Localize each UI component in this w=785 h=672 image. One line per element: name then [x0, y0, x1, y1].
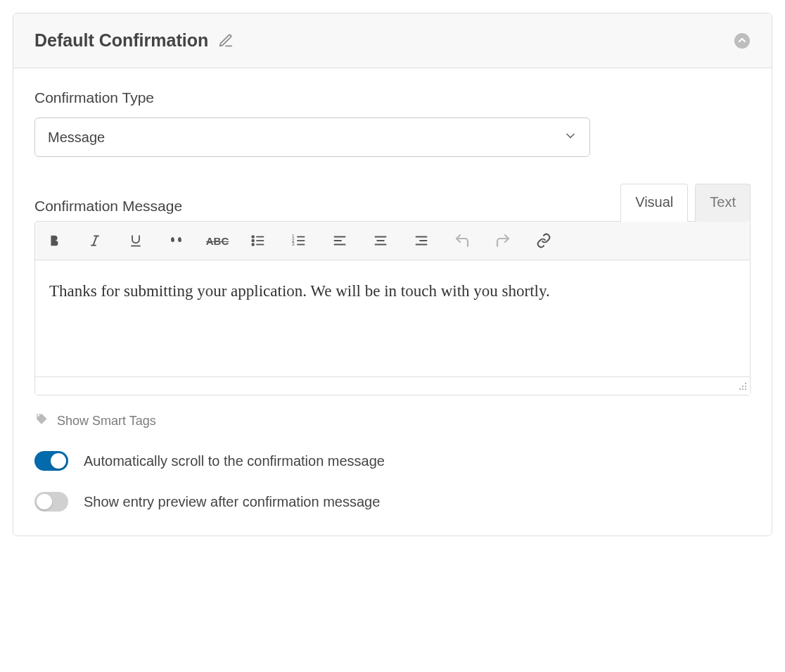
svg-point-28	[745, 386, 746, 387]
confirmation-type-select[interactable]: Message	[34, 118, 590, 157]
toggle-auto-scroll-label: Automatically scroll to the confirmation…	[84, 453, 385, 469]
pencil-icon[interactable]	[218, 33, 234, 49]
editor-statusbar	[35, 376, 750, 395]
align-right-icon[interactable]	[411, 230, 432, 251]
show-smart-tags[interactable]: Show Smart Tags	[34, 412, 751, 430]
svg-line-3	[94, 236, 97, 245]
svg-point-7	[252, 243, 254, 246]
link-icon[interactable]	[533, 230, 554, 251]
align-left-icon[interactable]	[329, 230, 350, 251]
blockquote-icon[interactable]	[166, 230, 187, 251]
underline-icon[interactable]	[125, 230, 146, 251]
svg-point-29	[739, 388, 741, 390]
toggle-entry-preview[interactable]	[34, 492, 68, 512]
svg-point-30	[742, 388, 743, 390]
confirmation-message-label: Confirmation Message	[34, 198, 182, 215]
tab-text[interactable]: Text	[695, 184, 751, 222]
numbered-list-icon[interactable]: 123	[288, 230, 309, 251]
bold-icon[interactable]	[44, 230, 65, 251]
undo-icon[interactable]	[452, 230, 473, 251]
collapse-icon[interactable]	[734, 32, 751, 49]
align-center-icon[interactable]	[370, 230, 391, 251]
strikethrough-icon[interactable]: ABC	[207, 230, 228, 251]
toggle-auto-scroll[interactable]	[34, 451, 68, 471]
bullet-list-icon[interactable]	[248, 230, 269, 251]
panel-header: Default Confirmation	[13, 13, 772, 68]
message-textarea[interactable]: Thanks for submitting your application. …	[35, 260, 750, 376]
confirmation-type-label: Confirmation Type	[34, 89, 751, 106]
italic-icon[interactable]	[84, 230, 106, 251]
resize-grip-icon[interactable]	[737, 381, 747, 393]
svg-text:3: 3	[292, 241, 295, 246]
show-smart-tags-label: Show Smart Tags	[57, 414, 156, 429]
confirmation-type-select-wrap: Message	[34, 118, 590, 157]
editor: ABC 123 Thanks for submitting your appli…	[34, 221, 751, 395]
tab-visual[interactable]: Visual	[620, 184, 688, 222]
panel-title: Default Confirmation	[34, 30, 208, 51]
svg-point-0	[734, 33, 750, 49]
tag-icon	[34, 412, 49, 430]
editor-tabs: Visual Text	[620, 184, 751, 222]
svg-point-27	[742, 386, 743, 387]
editor-toolbar: ABC 123	[35, 222, 750, 260]
confirmation-panel: Default Confirmation Confirmation Type M…	[13, 13, 772, 536]
svg-point-6	[252, 240, 254, 242]
svg-point-26	[745, 383, 746, 384]
redo-icon[interactable]	[492, 230, 513, 251]
toggle-entry-preview-label: Show entry preview after confirmation me…	[84, 494, 380, 510]
svg-point-31	[745, 388, 746, 390]
svg-point-5	[252, 236, 254, 238]
panel-body: Confirmation Type Message Confirmation M…	[13, 68, 772, 535]
